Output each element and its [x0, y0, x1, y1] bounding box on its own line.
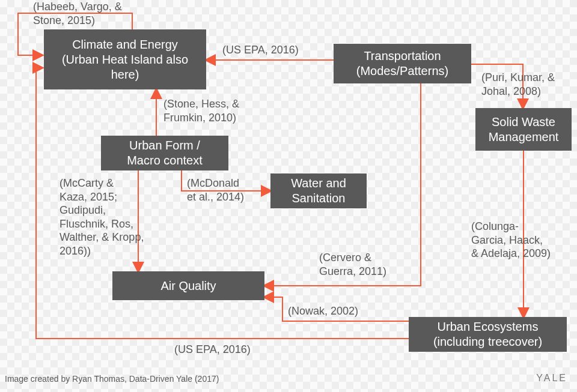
label-puri: (Puri, Kumar, & Johal, 2008) [481, 71, 555, 98]
label-mcdonald: (McDonald et al., 2014) [187, 176, 244, 204]
node-urban-ecosystems: Urban Ecosystems (including treecover) [409, 317, 567, 352]
node-air-quality: Air Quality [112, 271, 264, 300]
label-mccarty: (McCarty & Kaza, 2015; Gudipudi, Fluschn… [60, 176, 144, 258]
label-cervero: (Cervero & Guerra, 2011) [319, 251, 386, 278]
label-nowak: (Nowak, 2002) [288, 304, 358, 318]
node-solid-waste: Solid Waste Management [475, 108, 572, 151]
node-climate-energy: Climate and Energy (Urban Heat Island al… [44, 29, 206, 89]
label-habeeb: (Habeeb, Vargo, & Stone, 2015) [33, 0, 122, 27]
node-urban-form: Urban Form / Macro context [101, 136, 228, 170]
node-water-sanitation: Water and Sanitation [270, 173, 367, 208]
label-colunga: (Colunga- Garcia, Haack, & Adelaja, 2009… [471, 220, 551, 261]
label-stone: (Stone, Hess, & Frumkin, 2010) [163, 97, 239, 124]
yale-logo: YALE [536, 373, 567, 384]
label-usepa-2: (US EPA, 2016) [174, 343, 251, 357]
node-transportation: Transportation (Modes/Patterns) [334, 44, 471, 83]
label-usepa-1: (US EPA, 2016) [222, 43, 299, 57]
image-credit: Image created by Ryan Thomas, Data-Drive… [5, 374, 219, 384]
